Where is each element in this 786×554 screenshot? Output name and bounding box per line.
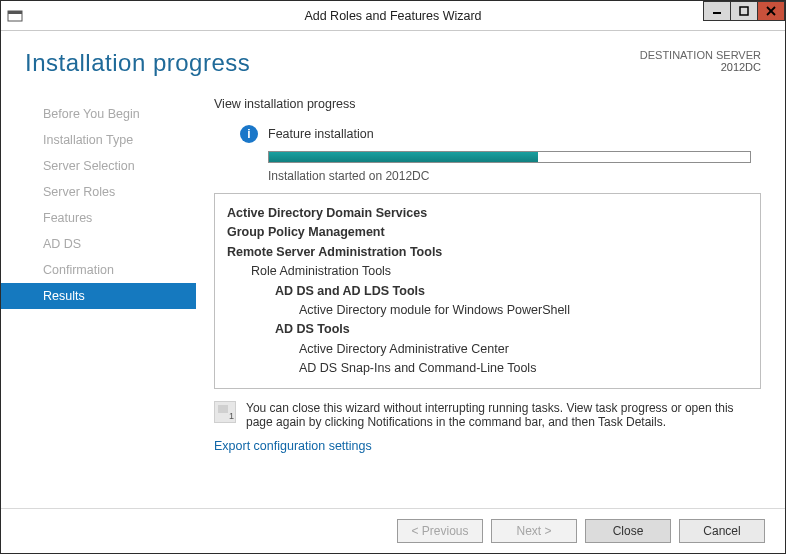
wizard-header: Installation progress DESTINATION SERVER… <box>1 31 785 87</box>
detail-line: Group Policy Management <box>227 223 748 242</box>
window-controls <box>704 1 785 21</box>
detail-line: Active Directory Administrative Center <box>299 340 748 359</box>
minimize-button[interactable] <box>703 1 731 21</box>
system-menu-icon[interactable] <box>1 9 29 23</box>
wizard-window: Add Roles and Features Wizard Installati… <box>0 0 786 554</box>
progress-bar <box>268 151 751 163</box>
wizard-body: Before You BeginInstallation TypeServer … <box>1 87 785 508</box>
hint-text: You can close this wizard without interr… <box>246 401 761 429</box>
next-button: Next > <box>491 519 577 543</box>
hint-row: 1 You can close this wizard without inte… <box>214 401 761 429</box>
page-title: Installation progress <box>25 49 250 77</box>
wizard-sidebar: Before You BeginInstallation TypeServer … <box>1 87 196 508</box>
detail-line: Role Administration Tools <box>251 262 748 281</box>
svg-rect-3 <box>740 7 748 15</box>
sidebar-step: Server Selection <box>1 153 196 179</box>
wizard-main: View installation progress i Feature ins… <box>196 87 785 508</box>
detail-line: AD DS Snap-Ins and Command-Line Tools <box>299 359 748 378</box>
cancel-button[interactable]: Cancel <box>679 519 765 543</box>
export-config-link[interactable]: Export configuration settings <box>214 439 761 453</box>
previous-button: < Previous <box>397 519 483 543</box>
detail-line: Active Directory Domain Services <box>227 204 748 223</box>
window-title: Add Roles and Features Wizard <box>1 9 785 23</box>
close-window-button[interactable] <box>757 1 785 21</box>
detail-line: AD DS and AD LDS Tools <box>275 282 748 301</box>
sidebar-step: Installation Type <box>1 127 196 153</box>
progress-fill <box>269 152 538 162</box>
status-text: Feature installation <box>268 127 374 141</box>
progress-text: Installation started on 2012DC <box>268 169 751 183</box>
sidebar-step: Server Roles <box>1 179 196 205</box>
svg-rect-1 <box>8 11 22 14</box>
destination-server: DESTINATION SERVER 2012DC <box>640 49 761 73</box>
destination-value: 2012DC <box>640 61 761 73</box>
titlebar[interactable]: Add Roles and Features Wizard <box>1 1 785 31</box>
wizard-footer: < Previous Next > Close Cancel <box>1 508 785 553</box>
maximize-button[interactable] <box>730 1 758 21</box>
view-label: View installation progress <box>214 97 761 111</box>
close-button[interactable]: Close <box>585 519 671 543</box>
detail-line: Active Directory module for Windows Powe… <box>299 301 748 320</box>
status-row: i Feature installation <box>240 125 761 143</box>
install-details: Active Directory Domain ServicesGroup Po… <box>214 193 761 389</box>
detail-line: Remote Server Administration Tools <box>227 243 748 262</box>
info-icon: i <box>240 125 258 143</box>
sidebar-step: Before You Begin <box>1 101 196 127</box>
sidebar-step: AD DS <box>1 231 196 257</box>
sidebar-step: Features <box>1 205 196 231</box>
sidebar-step: Confirmation <box>1 257 196 283</box>
detail-line: AD DS Tools <box>275 320 748 339</box>
progress-area: Installation started on 2012DC <box>268 151 751 183</box>
notification-flag-icon: 1 <box>214 401 236 423</box>
destination-label: DESTINATION SERVER <box>640 49 761 61</box>
sidebar-step[interactable]: Results <box>1 283 196 309</box>
